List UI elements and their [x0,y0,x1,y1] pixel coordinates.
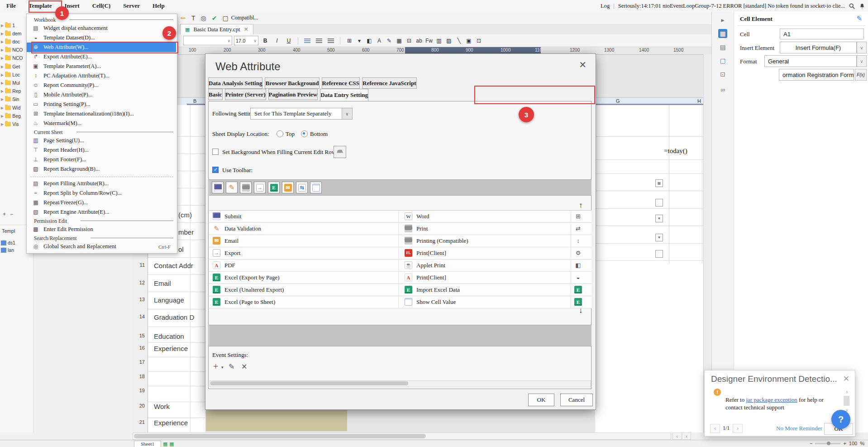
cell-widget-icon[interactable] [655,199,663,207]
sheet-hscrollbar[interactable] [133,433,671,440]
menu-entry[interactable]: ☺ Report Community(P)... [27,81,177,90]
column-header[interactable]: B [193,98,196,104]
chevron-down-icon[interactable]: ∨ [342,108,352,119]
dataset-item[interactable]: ds1 [1,240,15,245]
menu-entry[interactable]: ◎ Global Search and Replacement Ctrl-F [27,242,177,251]
menu-entry-label[interactable]: Repeat/Freeze(G)... [43,199,88,206]
menu-entry-label[interactable]: Report Filling Attribute(R)... [43,180,109,187]
background-paint-button[interactable] [334,146,346,158]
dataset-label[interactable]: ds1 [8,240,15,245]
dataset-item[interactable]: lan [1,247,14,253]
menu-entry[interactable]: ▣ Template Parameter(A)... [27,62,177,71]
row-label[interactable]: Email [154,279,171,287]
cell-input[interactable]: A1 [780,29,864,39]
help-button[interactable]: ? [831,410,850,429]
menu-entry-label[interactable]: Page Setting(U)... [43,137,84,144]
format-icon[interactable]: ⊟ [404,36,414,45]
scroll-right-icon[interactable]: › [682,433,691,440]
expand-arrow-icon[interactable]: ▶ [1,97,4,101]
formula-fx-button[interactable]: F(x) [855,69,867,81]
row-number[interactable]: 21 [139,419,145,425]
cell-widget-icon[interactable]: ▦ [655,179,663,187]
scroll-left-icon[interactable]: ‹ [672,433,682,440]
row-number[interactable]: 12 [139,280,145,285]
cell-widget-icon[interactable]: ▼ [655,234,663,241]
template-panel-label[interactable]: Templ [2,228,15,234]
compat-icon[interactable]: ▢ [219,14,231,22]
toolbar-item-row[interactable]: E Excel (Page to Sheet) Show Cell Value … [209,296,591,308]
tree-item[interactable]: ▶ Beg [1,113,21,119]
format-icon[interactable]: ▥ [434,36,444,45]
toolbar-preview-button[interactable] [310,182,322,193]
expand-arrow-icon[interactable]: ▶ [1,114,4,118]
tree-item[interactable]: ▶ NCO [1,55,23,61]
menu-entry-label[interactable]: Permission Edit [34,218,67,224]
menu-entry-label[interactable]: Search/Replacement [34,236,77,241]
format-icon[interactable]: A [374,36,384,45]
menu-entry[interactable]: Permission Edit [27,217,177,225]
cell-widget-icon[interactable] [655,250,663,258]
menu-entry[interactable]: ≡ Report Split by Column/Row(C)... [27,188,177,198]
tree-item-label[interactable]: NCO [12,55,23,61]
underline-button[interactable]: U [284,36,294,45]
menu-entry[interactable]: Workbook [27,16,177,24]
edit-pencil-icon[interactable]: ✎ [856,14,862,23]
sheet-tab[interactable]: Sheet1 [134,441,161,447]
log-message[interactable]: Seriously:14:17:01 nioEventLoopGroup-7-1… [618,3,845,10]
tree-item-label[interactable]: Beg [12,113,21,119]
menu-entry[interactable]: ▩ Enter Edit Permission [27,225,177,234]
menubar-item[interactable]: Help [146,0,171,12]
row-label[interactable]: Language [154,296,184,304]
expand-arrow-icon[interactable]: ▶ [1,32,4,36]
menu-entry-label[interactable]: Report Background(B)... [43,166,100,173]
format-icon[interactable]: ▦ [394,36,404,45]
menu-entry-label[interactable]: Report Community(P)... [43,82,99,89]
dataset-label[interactable]: lan [8,247,14,253]
menu-entry[interactable]: ◒ Template Dataset(D)... [27,33,177,43]
format-icon[interactable]: ⊡ [474,36,484,45]
tree-item-label[interactable]: NCO [12,47,23,53]
cell-element-tab-icon[interactable]: ▦ [718,29,727,38]
search-icon[interactable] [849,3,855,10]
expand-arrow-icon[interactable]: ▶ [1,106,4,110]
format-icon[interactable]: ▾ [354,36,364,45]
tree-item[interactable]: ▶ Vis [1,121,19,127]
dialog-tab[interactable]: Reference CSS [322,77,360,89]
radio-top[interactable] [277,130,283,137]
right-item-label[interactable]: Applet Print [416,262,445,269]
row-label[interactable]: Graduation D [154,313,194,321]
tree-item-label[interactable]: Wid [12,105,20,111]
toolbar-preview-button[interactable]: ✉ [282,182,294,193]
formula-input[interactable]: ormation Registration Form" [779,69,854,81]
tree-item[interactable]: ▶ Rep [1,88,21,94]
close-tab-icon[interactable]: ✕ [243,26,248,33]
right-item-label[interactable]: Word [416,213,429,220]
ok-button[interactable]: OK [528,394,554,406]
zoom-slider[interactable] [815,443,840,444]
font-size-select[interactable]: 17.0∨ [234,36,258,45]
insert-element-chevron-icon[interactable]: ∨ [857,42,867,53]
expand-arrow-icon[interactable]: ▶ [1,40,4,44]
row-number[interactable]: 17 [139,359,145,365]
tree-item[interactable]: ▶ doc [1,39,20,44]
menu-entry-label[interactable]: Current Sheet [34,130,63,135]
italic-button[interactable]: I [272,36,282,45]
row-label[interactable]: Experience [154,345,188,352]
tree-item-label[interactable]: 1 [12,23,15,28]
log-label[interactable]: Log [601,3,610,10]
menu-entry-label[interactable]: Template Dataset(D)... [43,34,95,41]
menu-entry[interactable]: ↕ PC Adaptation Attribute(T)... [27,71,177,81]
toolbar-preview-button[interactable]: ⇆ [296,182,308,193]
menu-entry[interactable]: ▤ Report Filling Attribute(R)... [27,179,177,188]
menu-entry[interactable]: ▦ Repeat/Freeze(G)... [27,198,177,207]
tree-item[interactable]: ▶ Get [1,64,20,69]
font-family-select[interactable]: ∨ [183,36,232,45]
right-item-label[interactable]: Import Excel Data [416,286,460,293]
dialog-close-icon[interactable]: ✕ [579,59,587,70]
menu-entry[interactable]: ▨ Report Background(B)... [27,164,177,174]
menu-entry-label[interactable]: PC Adaptation Attribute(T)... [43,72,110,79]
column-header[interactable]: G [616,98,620,104]
delete-event-icon[interactable]: ✕ [241,362,247,371]
menu-entry-label[interactable]: Printing Setting(P)... [43,101,90,108]
format-chevron-icon[interactable]: ∨ [857,55,867,67]
